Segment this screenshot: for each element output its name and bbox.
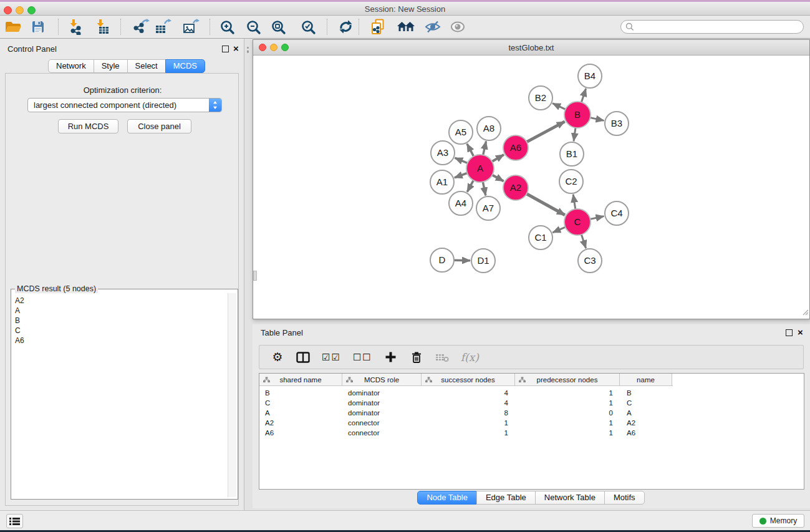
result-item[interactable]: A2	[12, 296, 225, 306]
network-graph[interactable]: B4B2BB3A5A8A6A3AB1A1C2A2A4A7CC4C1C3DD1	[253, 56, 809, 319]
graph-edge-C-C3[interactable]	[581, 235, 586, 248]
graph-node-B2[interactable]: B2	[529, 86, 552, 110]
search-box[interactable]	[620, 20, 804, 34]
tab-select[interactable]: Select	[127, 59, 166, 73]
network-window-titlebar[interactable]: testGlobe.txt	[253, 40, 809, 56]
graph-edge-A-A6[interactable]	[492, 155, 504, 162]
column-header[interactable]: shared name	[259, 374, 342, 385]
graph-edge-C-C4[interactable]	[591, 216, 604, 220]
zoom-fit-button[interactable]	[267, 17, 289, 37]
graph-node-A7[interactable]: A7	[476, 196, 500, 220]
table-row[interactable]: Cdominator41C	[259, 398, 804, 408]
graph-node-A6[interactable]: A6	[503, 135, 528, 160]
close-panel-icon[interactable]: ×	[233, 44, 239, 53]
settings-gear-icon[interactable]: ⚙	[271, 351, 284, 363]
memory-button[interactable]: Memory	[752, 514, 804, 528]
graph-node-C4[interactable]: C4	[605, 201, 629, 225]
add-column-icon[interactable]	[384, 351, 398, 363]
split-view-icon[interactable]	[296, 352, 310, 363]
table-row[interactable]: A6connector11A6	[259, 428, 804, 438]
float-panel-icon[interactable]	[222, 46, 229, 52]
graph-edge-B-B4[interactable]	[581, 89, 586, 102]
tab-network[interactable]: Network	[48, 59, 94, 73]
table-row[interactable]: Adominator80A	[259, 408, 804, 418]
graph-node-B4[interactable]: B4	[578, 64, 602, 88]
graph-edge-A-A8[interactable]	[483, 142, 486, 155]
result-item[interactable]: C	[12, 326, 225, 336]
graph-node-C2[interactable]: C2	[559, 170, 583, 193]
graph-edge-A6-B[interactable]	[527, 122, 565, 142]
result-item[interactable]: A6	[12, 336, 225, 346]
tab-motifs[interactable]: Motifs	[604, 491, 645, 505]
table-row[interactable]: A2connector11A2	[259, 418, 804, 428]
column-header[interactable]: successor nodes	[422, 374, 515, 385]
refresh-view-button[interactable]	[334, 17, 357, 37]
zoom-in-button[interactable]	[216, 17, 238, 37]
graph-node-A5[interactable]: A5	[449, 120, 473, 144]
tab-mcds[interactable]: MCDS	[165, 59, 205, 73]
hide-graphics-details-button[interactable]	[422, 17, 444, 37]
zoom-out-button[interactable]	[242, 17, 264, 37]
graph-node-A1[interactable]: A1	[430, 170, 454, 194]
graph-edge-B-B1[interactable]	[574, 128, 576, 141]
import-network-button[interactable]	[64, 17, 87, 37]
optimization-criterion-select[interactable]: largest connected component (directed)	[27, 98, 222, 112]
graph-node-C3[interactable]: C3	[578, 249, 602, 273]
graph-edge-A-A3[interactable]	[455, 158, 467, 163]
graph-node-A4[interactable]: A4	[449, 191, 473, 215]
save-session-button[interactable]	[27, 17, 49, 37]
graph-node-B1[interactable]: B1	[560, 142, 584, 166]
run-mcds-button[interactable]: Run MCDS	[58, 119, 118, 133]
graph-edge-A-A7[interactable]	[483, 182, 485, 196]
search-input[interactable]	[634, 21, 803, 32]
graph-edge-B-B3[interactable]	[591, 118, 604, 121]
zoom-selected-button[interactable]	[297, 17, 319, 37]
window-resize-grip[interactable]	[801, 307, 809, 318]
duplicate-network-button[interactable]	[367, 17, 389, 37]
graph-edge-C-C2[interactable]	[573, 195, 576, 209]
task-history-button[interactable]	[6, 514, 23, 528]
graph-node-D1[interactable]: D1	[471, 249, 495, 273]
graph-node-B[interactable]: B	[564, 102, 591, 128]
export-image-button[interactable]	[180, 17, 202, 37]
delete-column-icon[interactable]	[410, 351, 423, 364]
column-header[interactable]: name	[620, 374, 672, 385]
graph-edge-B-B2[interactable]	[552, 104, 566, 110]
result-item[interactable]: A	[12, 306, 225, 316]
home-layout-button[interactable]	[395, 17, 417, 37]
export-network-button[interactable]	[130, 17, 152, 37]
graph-edge-A-A5[interactable]	[467, 144, 474, 157]
graph-edge-A-A2[interactable]	[492, 175, 503, 181]
graph-node-B3[interactable]: B3	[605, 112, 629, 135]
export-table-button[interactable]	[152, 17, 174, 37]
graph-node-D[interactable]: D	[430, 248, 454, 272]
float-table-panel-icon[interactable]	[786, 329, 793, 336]
column-header[interactable]: predecessor nodes	[515, 374, 620, 385]
graph-edge-A-A4[interactable]	[467, 180, 473, 191]
view-splitter-thumb[interactable]	[253, 271, 257, 281]
graph-node-A2[interactable]: A2	[503, 175, 528, 200]
result-scrollbar[interactable]	[228, 293, 236, 497]
result-item[interactable]: B	[12, 316, 225, 326]
graph-node-A3[interactable]: A3	[431, 141, 455, 165]
tab-edge-table[interactable]: Edge Table	[476, 491, 536, 505]
import-table-button[interactable]	[91, 17, 113, 37]
graph-node-A8[interactable]: A8	[477, 117, 501, 140]
graph-node-A[interactable]: A	[466, 155, 494, 182]
show-graphics-details-button[interactable]	[446, 17, 469, 37]
deselect-all-columns-icon[interactable]: ☐☐	[353, 352, 372, 363]
tab-network-table[interactable]: Network Table	[535, 491, 605, 505]
tab-style[interactable]: Style	[94, 59, 128, 73]
graph-edge-A2-C[interactable]	[527, 194, 565, 215]
close-panel-button[interactable]: Close panel	[127, 119, 191, 133]
column-header[interactable]: MCDS role	[342, 374, 422, 385]
graph-edge-C-C1[interactable]	[552, 227, 565, 233]
graph-node-C1[interactable]: C1	[529, 226, 552, 249]
close-table-panel-icon[interactable]: ×	[798, 328, 803, 337]
panel-splitter[interactable]	[247, 47, 249, 56]
table-row[interactable]: Bdominator41B	[259, 388, 804, 398]
open-session-button[interactable]	[2, 17, 24, 37]
graph-node-C[interactable]: C	[564, 209, 591, 235]
select-all-columns-icon[interactable]: ☑☑	[322, 352, 341, 363]
tab-node-table[interactable]: Node Table	[417, 491, 477, 505]
